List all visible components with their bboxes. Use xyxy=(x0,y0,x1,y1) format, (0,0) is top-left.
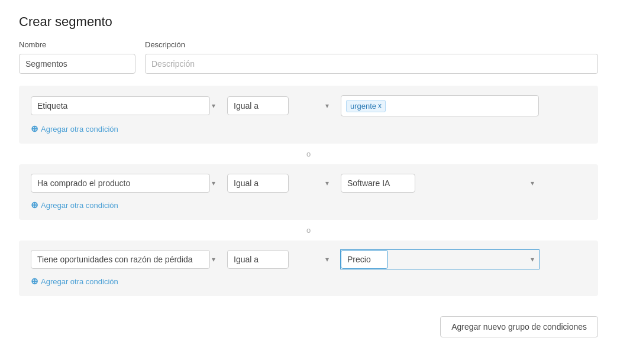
separator-1: o xyxy=(19,144,598,164)
condition-row-2-1: Etiqueta Ha comprado el producto Tiene o… xyxy=(31,174,586,193)
field-select-1-1[interactable]: Etiqueta Ha comprado el producto Tiene o… xyxy=(31,96,220,115)
tag-remove-icon[interactable]: x xyxy=(378,102,382,110)
operator-select-2-1[interactable]: Igual a No igual a Contiene xyxy=(227,174,334,193)
condition-group-1: Etiqueta Ha comprado el producto Tiene o… xyxy=(19,86,598,144)
field-select-3-1[interactable]: Etiqueta Ha comprado el producto Tiene o… xyxy=(31,250,220,269)
tag-urgente: urgente x xyxy=(346,100,386,112)
descripcion-input[interactable] xyxy=(145,54,598,74)
value-select-2-1[interactable]: Software IA Otro producto xyxy=(341,174,539,193)
operator-select-3-1[interactable]: Igual a No igual a Contiene xyxy=(227,250,334,269)
condition-group-2: Etiqueta Ha comprado el producto Tiene o… xyxy=(19,164,598,220)
plus-icon-3: ⊕ xyxy=(31,276,38,287)
add-condition-1[interactable]: ⊕ Agregar otra condición xyxy=(31,124,586,134)
add-condition-3[interactable]: ⊕ Agregar otra condición xyxy=(31,276,586,287)
descripcion-label: Descripción xyxy=(145,40,598,49)
nombre-input[interactable] xyxy=(19,54,135,74)
value-select-input-2-1[interactable]: Software IA Otro producto xyxy=(341,174,415,193)
value-select-3-1[interactable]: Precio Otro xyxy=(341,250,539,269)
operator-select-input-2-1[interactable]: Igual a No igual a Contiene xyxy=(227,174,289,193)
condition-row-3-1: Etiqueta Ha comprado el producto Tiene o… xyxy=(31,250,586,269)
add-condition-label-3[interactable]: Agregar otra condición xyxy=(41,277,118,286)
add-condition-label-2[interactable]: Agregar otra condición xyxy=(41,201,118,210)
add-group-button[interactable]: Agregar nuevo grupo de condiciones xyxy=(440,316,598,337)
condition-row-1-1: Etiqueta Ha comprado el producto Tiene o… xyxy=(31,95,586,116)
plus-icon-1: ⊕ xyxy=(31,124,38,134)
tag-label: urgente xyxy=(350,102,376,110)
field-select-input-1-1[interactable]: Etiqueta Ha comprado el producto Tiene o… xyxy=(31,96,210,115)
field-select-2-1[interactable]: Etiqueta Ha comprado el producto Tiene o… xyxy=(31,174,220,193)
bottom-bar: Agregar nuevo grupo de condiciones xyxy=(19,310,598,337)
plus-icon-2: ⊕ xyxy=(31,200,38,210)
operator-select-input-1-1[interactable]: Igual a No igual a Contiene xyxy=(227,96,289,115)
condition-group-3: Etiqueta Ha comprado el producto Tiene o… xyxy=(19,240,598,296)
separator-2: o xyxy=(19,220,598,240)
add-condition-2[interactable]: ⊕ Agregar otra condición xyxy=(31,200,586,210)
field-select-input-3-1[interactable]: Etiqueta Ha comprado el producto Tiene o… xyxy=(31,250,210,269)
tag-field-1-1[interactable]: urgente x xyxy=(341,95,539,116)
add-condition-label-1[interactable]: Agregar otra condición xyxy=(41,125,118,134)
operator-select-input-3-1[interactable]: Igual a No igual a Contiene xyxy=(227,250,289,269)
value-select-input-3-1[interactable]: Precio Otro xyxy=(341,250,388,269)
page-title: Crear segmento xyxy=(19,14,598,30)
field-select-input-2-1[interactable]: Etiqueta Ha comprado el producto Tiene o… xyxy=(31,174,210,193)
nombre-label: Nombre xyxy=(19,40,135,49)
operator-select-1-1[interactable]: Igual a No igual a Contiene xyxy=(227,96,334,115)
